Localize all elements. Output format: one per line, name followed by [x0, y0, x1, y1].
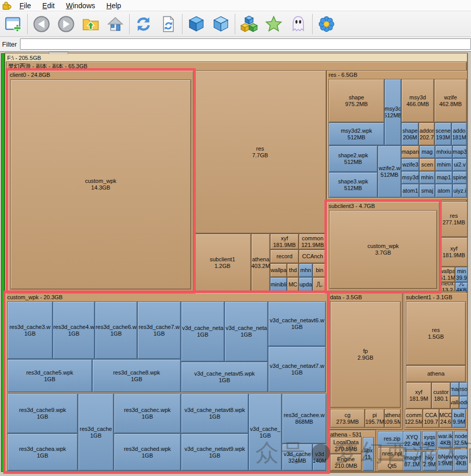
treemap-cell-v3d_cache_neta[interactable]: v3d_cache_neta1GB	[224, 301, 268, 362]
treemap-cell-res3d_cache[interactable]: res3d_cache1GB	[78, 394, 114, 471]
treemap-cell-v3d[interactable]: v3d140M	[313, 444, 326, 471]
show-free-space-button[interactable]	[237, 12, 261, 36]
treemap-cell-hky[interactable]: hky2.9M	[422, 451, 437, 471]
treemap-cell-athena[interactable]: athena109.5M	[384, 409, 401, 428]
treemap-cell-v3d_cache_netavt7.w[interactable]: v3d_cache_netavt7.w1GB	[268, 346, 326, 392]
treemap-cell-res3d_cache7.w[interactable]: res3d_cache7.w1GB	[137, 301, 181, 359]
treemap-cell-libx[interactable]: libx11.	[363, 437, 374, 471]
treemap-cell-wallp[interactable]: wallp	[450, 396, 459, 409]
treemap-cell-athena[interactable]: athena403.2M	[251, 234, 270, 292]
treemap-cell-min[interactable]: min39.9	[455, 267, 468, 282]
treemap-cell-wallpa[interactable]: wallpa51.1M	[440, 267, 455, 282]
new-view-button[interactable]	[1, 12, 26, 36]
treemap-cell-res3d_cache5.wpk[interactable]: res3d_cache5.wpk1GB	[7, 359, 92, 392]
treemap-cell-pi[interactable]: pi195.7M	[365, 409, 384, 428]
refresh-button[interactable]	[131, 12, 156, 36]
treemap-cell-res3d_cache6.w[interactable]: res3d_cache6.w1GB	[95, 301, 137, 359]
treemap-cell-v3d_cache_[interactable]: v3d_cache_1GB	[249, 394, 282, 471]
treemap-cell-thd[interactable]: thd	[287, 263, 299, 277]
treemap-cell-res3d_cachee.w[interactable]: res3d_cachee.w868MB	[282, 394, 326, 444]
treemap-cell-wzife[interactable]: wzife462.8MB	[434, 79, 467, 122]
treemap-cell-custor[interactable]: custor180.1	[432, 382, 450, 409]
treemap-cell-shape[interactable]: shape975.2MB	[329, 79, 384, 122]
more-detail-button[interactable]	[209, 12, 233, 36]
up-folder-button[interactable]	[78, 12, 103, 36]
treemap-cell-node[interactable]: node	[459, 396, 468, 409]
treemap-cell-neox[interactable]: neox13.2	[440, 282, 455, 292]
treemap-cell-wzife2.w[interactable]: wzife2.w512MB	[378, 146, 401, 198]
treemap-cell-uiyz.i[interactable]: uiyz.i	[453, 184, 467, 198]
treemap-cell-xyqs[interactable]: xyqs4KB	[422, 431, 437, 450]
treemap-cell-bin[interactable]: bin	[313, 263, 326, 277]
treemap-free-space[interactable]	[1, 53, 5, 472]
treemap-cell-atom1[interactable]: atom1	[401, 184, 419, 198]
treemap-cell-v3d_cache[interactable]: v3d_cache324MB	[282, 444, 313, 471]
treemap-cell-res[interactable]: res277.1MB	[440, 201, 468, 237]
treemap-cell-comm[interactable]: comm122.5M	[405, 409, 423, 428]
treemap-cell-common[interactable]: common121.9MB	[299, 234, 326, 250]
treemap-cell-res3d_cache3.w[interactable]: res3d_cache3.w1GB	[7, 301, 53, 359]
home-button[interactable]	[103, 12, 128, 36]
treemap-cell-Qt5[interactable]: Qt5	[378, 461, 406, 471]
treemap-cell-minibli[interactable]: minibli	[270, 277, 287, 292]
treemap-cell-athena[interactable]: athena	[406, 365, 466, 382]
treemap-cell-mhxiu[interactable]: mhxiu	[435, 146, 453, 158]
treemap-cell-upda[interactable]: upda	[299, 277, 313, 292]
treemap-cell-LocalData[interactable]: LocalData270.5MB	[330, 437, 362, 454]
treemap-cell-wzife3[interactable]: wzife3	[401, 158, 419, 171]
treemap-cell-atom[interactable]: atom	[435, 184, 453, 198]
less-detail-button[interactable]	[184, 12, 209, 36]
treemap-cell-msy3d2.wpk[interactable]: msy3d2.wpk512MB	[329, 122, 384, 146]
treemap-cell-v3d_cache_netavt5.wpk[interactable]: v3d_cache_netavt5.wpk1GB	[181, 362, 268, 392]
filter-input[interactable]	[20, 38, 471, 50]
treemap-cell-CCA[interactable]: CCA109.7	[423, 409, 439, 428]
treemap-cell-v3d_cache_netavt8.wpk[interactable]: v3d_cache_netavt8.wpk1GB	[181, 394, 249, 433]
treemap-cell-resou[interactable]: resou	[459, 382, 468, 396]
treemap-cell-imag[interactable]: imag	[450, 382, 459, 396]
menu-file[interactable]: File	[14, 1, 36, 10]
treemap-cell-war.ik[interactable]: war.ik4KB	[438, 431, 453, 448]
treemap-cell-msy3c[interactable]: msy3c512MB	[384, 79, 401, 146]
treemap-cell-mag[interactable]: mag	[419, 146, 435, 158]
treemap-cell-res3d_cachea.wpk[interactable]: res3d_cachea.wpk1GB	[7, 433, 78, 471]
treemap-cell-Engine[interactable]: Engine210.0MB	[330, 454, 362, 471]
treemap-cell-res[interactable]: res1.5GB	[406, 301, 466, 365]
treemap-cell-MCC[interactable]: MCC24.6	[439, 409, 452, 428]
treemap-cell-bNew[interactable]: bNew6.9MB	[438, 449, 453, 471]
treemap-cell-mapan[interactable]: mapan	[401, 146, 419, 158]
treemap-cell-res3d_cache4.w[interactable]: res3d_cache4.w1GB	[53, 301, 95, 359]
treemap-cell-node[interactable]: node32.5M	[454, 431, 468, 448]
treemap-cell-map1[interactable]: map1	[435, 171, 453, 184]
treemap-cell-res3d_cached.wpk[interactable]: res3d_cached.wpk1GB	[114, 433, 181, 471]
treemap-cell-spine[interactable]: spine	[453, 171, 467, 184]
treemap-cell-addor[interactable]: addor202.7	[419, 122, 435, 146]
treemap-cell-res.zip[interactable]: res.zip	[378, 431, 406, 446]
treemap-cell-XYQ[interactable]: XYQ22.4M	[403, 431, 421, 450]
treemap-cell-MC[interactable]: MC	[287, 277, 299, 292]
star-filter-button[interactable]	[261, 12, 286, 36]
treemap-cell-msy3d[interactable]: msy3d466.0MB	[401, 79, 434, 122]
treemap-cell-ui2.v[interactable]: ui2.v	[453, 158, 467, 171]
treemap-cell-shape[interactable]: shape206M	[401, 122, 419, 146]
treemap-cell-wallpa[interactable]: wallpa	[270, 263, 287, 277]
treemap-cell-custom_wpk[interactable]: custom_wpk14.3GB	[10, 79, 191, 289]
treemap-cell-xyf[interactable]: xyf181.9MB	[440, 237, 468, 267]
treemap-cell-v3d_cache_neta[interactable]: v3d_cache_neta1GB	[181, 301, 224, 362]
menu-windows[interactable]: Windows	[61, 1, 100, 10]
menu-edit[interactable]: Edit	[37, 1, 60, 10]
treemap-cell-imagef[interactable]: imagef87.1M	[403, 451, 421, 471]
treemap-cell-shape3.wpk[interactable]: shape3.wpk512MB	[329, 172, 378, 198]
treemap-cell-nres.npl[interactable]: nres.npl	[378, 447, 406, 460]
treemap-cell-xyqsv[interactable]: xyqsv4KB	[454, 449, 468, 471]
treemap-cell-mhn[interactable]: mhn	[299, 263, 313, 277]
treemap-cell-mhin[interactable]: mhin	[419, 171, 435, 184]
treemap-cell-res[interactable]: res7.7GB	[194, 70, 326, 234]
show-unknown-button[interactable]	[286, 12, 311, 36]
configure-button[interactable]	[314, 12, 339, 36]
rescan-file-button[interactable]	[156, 12, 180, 36]
treemap-cell-fp[interactable]: fp2.9GB	[330, 301, 401, 408]
treemap-cell-res3d_cache9.wpk[interactable]: res3d_cache9.wpk1GB	[7, 394, 78, 433]
treemap-cell-msy3d[interactable]: msy3d	[401, 171, 419, 184]
treemap-cell-v3d_cache_netavt9.wpk[interactable]: v3d_cache_netavt9.wpk1GB	[181, 433, 249, 471]
menu-help[interactable]: Help	[101, 1, 127, 10]
